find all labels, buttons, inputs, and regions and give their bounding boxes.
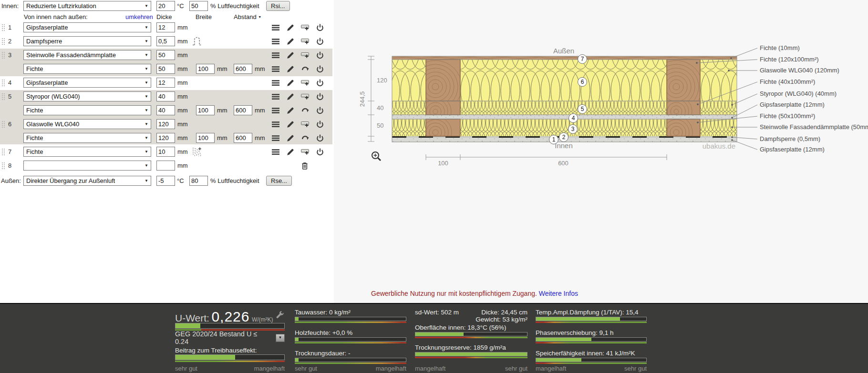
edit-pencil-icon[interactable] (286, 148, 295, 156)
layer-row-6: 6 Glaswolle WLG040▼ mm (0, 119, 334, 129)
menu-icon[interactable] (271, 51, 280, 60)
settings-wrench-icon[interactable] (276, 310, 285, 319)
inside-climate-row: Innen: Reduzierte Luftzirkulation▼ °C % … (0, 1, 334, 11)
unit-mm: mm (217, 133, 227, 143)
material-select[interactable]: Fichte▼ (23, 64, 151, 74)
weitere-infos-link[interactable]: Weitere Infos (539, 290, 578, 297)
layer-label: Gipsfaserplatte (12mm) (760, 146, 825, 153)
material-select[interactable]: Dampfsperre▼ (23, 36, 151, 46)
undo-arrow-icon[interactable] (301, 65, 310, 73)
outside-humidity-input[interactable] (189, 176, 208, 186)
spacing-input[interactable] (234, 64, 252, 74)
width-input[interactable] (196, 133, 215, 143)
menu-icon[interactable] (271, 148, 280, 156)
thickness-input[interactable] (156, 22, 175, 32)
thickness-input[interactable] (156, 36, 175, 46)
unit-mm: mm (255, 105, 265, 115)
material-select[interactable]: Glaswolle WLG040▼ (23, 119, 151, 129)
inside-label: Innen: (1, 1, 19, 11)
invert-link[interactable]: umkehren (125, 13, 153, 20)
insert-layer-icon[interactable] (301, 120, 310, 129)
menu-icon[interactable] (271, 23, 280, 32)
edit-pencil-icon[interactable] (286, 37, 295, 46)
edit-pencil-icon[interactable] (286, 106, 295, 115)
spacing-input[interactable] (234, 105, 252, 115)
drag-handle[interactable] (1, 24, 5, 31)
menu-icon[interactable] (271, 65, 280, 73)
trash-icon[interactable] (300, 161, 309, 170)
drag-handle[interactable] (1, 93, 5, 101)
edit-pencil-icon[interactable] (286, 92, 295, 101)
menu-icon[interactable] (271, 120, 280, 129)
material-select[interactable]: Gipsfaserplatte▼ (23, 78, 151, 88)
unit-mm: mm (177, 64, 188, 74)
material-select[interactable]: Gipsfaserplatte▼ (23, 22, 151, 32)
insert-layer-icon[interactable] (301, 51, 310, 60)
metric-bar-fill (295, 338, 299, 341)
inside-humidity-input[interactable] (189, 1, 208, 11)
thickness-input[interactable] (156, 133, 175, 143)
undo-arrow-icon[interactable] (301, 106, 310, 115)
insert-layer-icon[interactable] (301, 79, 310, 87)
spacing-sort-icon[interactable]: ▼ (258, 15, 261, 19)
undo-arrow-icon[interactable] (301, 134, 310, 142)
outside-temperature-input[interactable] (156, 176, 175, 186)
drag-handle[interactable] (1, 51, 5, 59)
rse-button[interactable]: Rse... (266, 176, 292, 186)
zoom-in-icon[interactable] (372, 152, 381, 161)
menu-icon[interactable] (271, 134, 280, 142)
scale-labels: mangelhaftsehr gut (536, 365, 647, 372)
thickness-input[interactable] (156, 50, 175, 60)
insert-layer-icon[interactable] (301, 148, 310, 156)
drag-handle[interactable] (1, 121, 5, 128)
menu-icon[interactable] (271, 106, 280, 115)
edit-pencil-icon[interactable] (286, 51, 295, 60)
spacing-input[interactable] (234, 133, 252, 143)
inside-temperature-input[interactable] (156, 1, 175, 11)
width-input[interactable] (196, 105, 215, 115)
metric-label: Holzfeuchte: +0,0 % (295, 329, 406, 337)
insert-layer-icon[interactable] (301, 23, 310, 32)
material-select[interactable]: ▼ (23, 161, 151, 171)
u-value-label: U-Wert: (175, 313, 209, 323)
material-select[interactable]: Styropor (WLG040)▼ (23, 91, 151, 101)
rsi-button[interactable]: Rsi... (266, 1, 290, 11)
add-stud-woodgrain-icon[interactable] (192, 147, 202, 157)
edit-pencil-icon[interactable] (286, 134, 295, 142)
edit-pencil-icon[interactable] (286, 23, 295, 32)
metric-row: Trocknungsreserve: 1859 g/m²a (415, 344, 527, 358)
drag-handle[interactable] (1, 79, 5, 87)
drag-handle[interactable] (1, 38, 5, 45)
material-select[interactable]: Fichte▼ (23, 105, 151, 115)
edit-pencil-icon[interactable] (286, 120, 295, 129)
spacing-header[interactable]: Abstand ▼ (234, 13, 261, 20)
material-select[interactable]: Steinwolle Fassadendämmplatte▼ (23, 50, 151, 60)
thickness-input[interactable] (156, 147, 175, 157)
outside-climate-select[interactable]: Direkter Übergang zur Außenluft▼ (23, 176, 151, 186)
inside-climate-select[interactable]: Reduzierte Luftzirkulation▼ (23, 1, 151, 11)
layer-number: 7 (8, 147, 11, 157)
material-select[interactable]: Fichte▼ (23, 147, 151, 157)
layer-row-3: 3 Steinwolle Fassadendämmplatte▼ mm (0, 50, 334, 60)
unit-mm: mm (177, 22, 188, 32)
thickness-input[interactable] (156, 91, 175, 101)
insert-layer-icon[interactable] (301, 92, 310, 101)
drag-handle[interactable] (1, 162, 5, 170)
thickness-input[interactable] (156, 119, 175, 129)
thickness-input[interactable] (156, 64, 175, 74)
metric-row: Phasenverschiebung: 9,1 h (536, 329, 647, 343)
thickness-input[interactable] (156, 161, 175, 171)
geg-dropdown-icon[interactable]: ▼ (276, 334, 285, 342)
thickness-input[interactable] (156, 105, 175, 115)
menu-icon[interactable] (271, 79, 280, 87)
insert-layer-icon[interactable] (301, 37, 310, 46)
edit-pencil-icon[interactable] (286, 65, 295, 73)
menu-icon[interactable] (271, 92, 280, 101)
metric-bar-fill (536, 338, 591, 341)
drag-handle[interactable] (1, 148, 5, 156)
menu-icon[interactable] (271, 37, 280, 46)
width-input[interactable] (196, 64, 215, 74)
edit-pencil-icon[interactable] (286, 79, 295, 87)
thickness-input[interactable] (156, 78, 175, 88)
material-select[interactable]: Fichte▼ (23, 133, 151, 143)
